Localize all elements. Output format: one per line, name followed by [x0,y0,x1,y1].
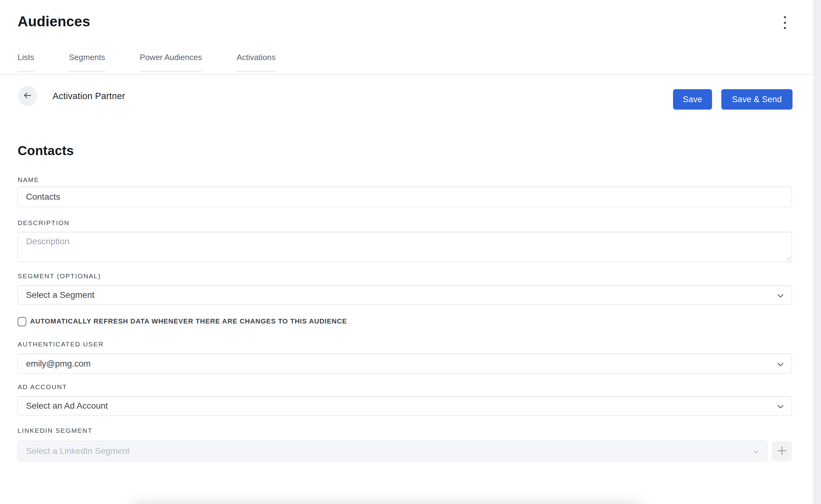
vertical-scrollbar[interactable] [813,0,821,504]
name-label: NAME [18,176,792,183]
add-linkedin-segment-button[interactable] [772,441,792,461]
ad-account-select[interactable]: Select an Ad Account [18,396,792,415]
tab-lists[interactable]: Lists [18,53,34,72]
back-button[interactable] [18,86,37,106]
arrow-left-icon [23,91,32,101]
chevron-down-icon [753,446,759,456]
breadcrumb-title: Activation Partner [53,86,125,106]
chevron-down-icon [777,290,784,300]
segment-label: SEGMENT (OPTIONAL) [18,273,792,280]
kebab-dot [784,16,786,18]
ad-account-value: Select an Ad Account [26,401,777,411]
kebab-menu-icon[interactable] [780,15,790,30]
tab-segments[interactable]: Segments [69,53,105,72]
segment-select[interactable]: Select a Segment [18,285,792,305]
ad-account-label: AD ACCOUNT [18,384,792,390]
refresh-checkbox[interactable] [18,317,26,326]
description-label: DESCRIPTION [18,219,792,226]
name-input[interactable] [18,187,792,207]
tab-activations[interactable]: Activations [237,53,276,72]
authenticated-user-label: AUTHENTICATED USER [18,341,792,348]
section-heading: Contacts [18,143,792,159]
kebab-dot [784,27,786,29]
tab-bar: Lists Segments Power Audiences Activatio… [18,53,310,72]
authenticated-user-value: emily@pmg.com [26,359,777,369]
save-button[interactable]: Save [673,89,712,110]
description-textarea[interactable] [18,232,792,262]
plus-icon [777,445,787,457]
segment-select-value: Select a Segment [26,290,777,300]
toolbar-actions: Save Save & Send [673,89,793,110]
audiences-page: Audiences Lists Segments Power Audiences… [0,0,821,504]
tab-power-audiences[interactable]: Power Audiences [140,53,202,72]
chevron-down-icon [777,359,784,369]
authenticated-user-select[interactable]: emily@pmg.com [18,354,792,374]
header-divider [0,74,813,75]
save-send-button[interactable]: Save & Send [721,89,793,110]
kebab-dot [784,22,786,24]
chevron-down-icon [777,401,784,411]
audience-form: Contacts NAME DESCRIPTION SEGMENT (OPTIO… [18,143,792,461]
linkedin-segment-label: LINKEDIN SEGMENT [18,427,792,434]
description-field-wrap [18,232,792,262]
refresh-checkbox-row: AUTOMATICALLY REFRESH DATA WHENEVER THER… [18,316,792,326]
refresh-checkbox-label[interactable]: AUTOMATICALLY REFRESH DATA WHENEVER THER… [30,316,352,326]
linkedin-segment-row: Select a LinkedIn Segment [18,441,792,461]
linkedin-segment-select[interactable]: Select a LinkedIn Segment [18,441,767,461]
page-title: Audiences [18,13,90,30]
linkedin-segment-placeholder: Select a LinkedIn Segment [26,446,753,456]
